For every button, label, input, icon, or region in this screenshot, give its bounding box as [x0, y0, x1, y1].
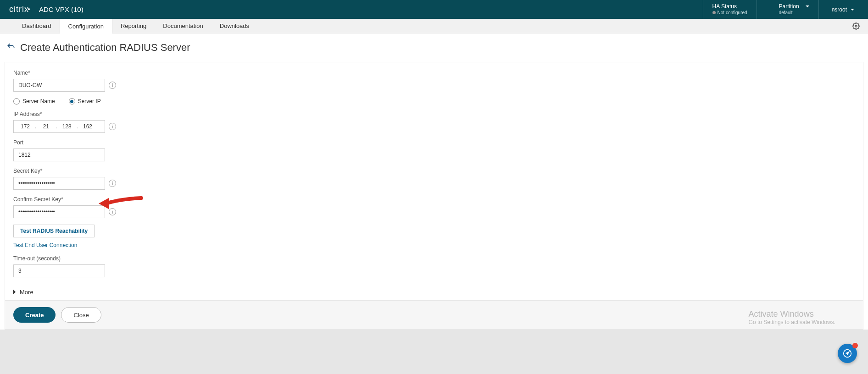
name-input[interactable]	[13, 79, 105, 92]
test-end-user-connection-link[interactable]: Test End User Connection	[13, 242, 77, 248]
timeout-input[interactable]	[13, 264, 105, 277]
confirm-secret-key-label: Confirm Secret Key*	[13, 196, 855, 203]
form-footer: Create Close Activate Windows Go to Sett…	[5, 301, 863, 330]
ha-status-value: Not configured	[718, 10, 747, 16]
tab-configuration[interactable]: Configuration	[60, 19, 112, 33]
chevron-down-icon	[849, 6, 854, 13]
ha-status-label: HA Status	[712, 3, 747, 10]
timeout-label: Time-out (seconds)	[13, 255, 855, 262]
info-icon[interactable]: i	[109, 208, 116, 215]
more-toggle[interactable]: More	[5, 284, 863, 300]
brand-logo: citrix	[9, 5, 30, 14]
info-icon[interactable]: i	[109, 180, 116, 187]
page-title: Create Authentication RADIUS Server	[20, 42, 190, 54]
radio-server-name[interactable]: Server Name	[13, 98, 55, 104]
main-nav: Dashboard Configuration Reporting Docume…	[0, 19, 868, 33]
ip-octet-2[interactable]	[36, 121, 56, 132]
chevron-down-icon	[804, 3, 809, 10]
form-panel: Name* i Server Name Server IP IP Address…	[5, 62, 863, 301]
ip-octet-1[interactable]	[16, 121, 35, 132]
port-input[interactable]	[13, 148, 105, 161]
radio-icon	[13, 98, 20, 104]
user-name: nsroot	[832, 6, 847, 13]
svg-marker-3	[846, 352, 849, 355]
info-icon[interactable]: i	[109, 123, 116, 130]
settings-button[interactable]	[844, 19, 868, 33]
tab-reporting[interactable]: Reporting	[112, 19, 155, 33]
top-bar: citrix ADC VPX (10) HA Status Not config…	[0, 0, 868, 19]
create-button[interactable]: Create	[13, 307, 56, 323]
windows-activation-watermark: Activate Windows Go to Settings to activ…	[749, 309, 835, 325]
partition-value: default	[779, 10, 809, 16]
ip-octet-3[interactable]	[57, 121, 77, 132]
ha-status-dot-icon	[712, 11, 716, 14]
info-icon[interactable]: i	[109, 82, 116, 89]
tab-dashboard[interactable]: Dashboard	[14, 19, 60, 33]
port-label: Port	[13, 139, 855, 146]
more-label: More	[20, 289, 33, 296]
help-fab[interactable]	[838, 344, 857, 363]
user-dropdown[interactable]: nsroot	[832, 6, 859, 13]
partition-label: Partition	[779, 3, 799, 10]
triangle-right-icon	[13, 289, 18, 296]
confirm-secret-key-input[interactable]	[13, 205, 105, 218]
product-name: ADC VPX (10)	[39, 6, 83, 13]
radio-server-ip[interactable]: Server IP	[69, 98, 101, 104]
navigate-icon	[843, 349, 852, 358]
gear-icon	[852, 22, 860, 30]
back-button[interactable]	[6, 42, 16, 54]
tab-downloads[interactable]: Downloads	[211, 19, 257, 33]
tab-documentation[interactable]: Documentation	[155, 19, 211, 33]
ip-octet-4[interactable]	[78, 121, 97, 132]
test-radius-reachability-button[interactable]: Test RADIUS Reachability	[13, 225, 95, 237]
partition-dropdown[interactable]: Partition default	[770, 0, 819, 19]
name-label: Name*	[13, 70, 855, 76]
secret-key-input[interactable]	[13, 177, 105, 190]
svg-point-0	[855, 25, 857, 27]
back-arrow-icon	[6, 42, 16, 51]
ip-address-input[interactable]: . . .	[13, 120, 105, 133]
ip-address-label: IP Address*	[13, 111, 855, 117]
radio-checked-icon	[69, 98, 75, 104]
secret-key-label: Secret Key*	[13, 168, 855, 174]
close-button[interactable]: Close	[61, 307, 101, 323]
ha-status[interactable]: HA Status Not configured	[703, 0, 757, 19]
